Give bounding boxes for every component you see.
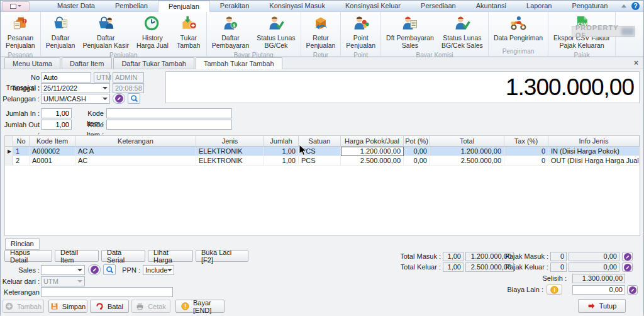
lihat-harga-button[interactable]: Lihat Harga: [148, 250, 193, 262]
cell-keterangan[interactable]: AC: [75, 156, 196, 166]
menu-item-konsinyasi-masuk[interactable]: Konsinyasi Masuk: [259, 1, 335, 12]
point-penjualan-button[interactable]: Point Penjualan: [342, 13, 379, 51]
cell-total[interactable]: 2.500.000,00: [430, 156, 504, 166]
menu-item-pembelian[interactable]: Pembelian: [105, 1, 158, 12]
keterangan-input[interactable]: [41, 287, 173, 297]
history-harga-jual-button[interactable]: History Harga Jual: [133, 13, 172, 51]
tanggal-label: Tanggal :: [1, 83, 40, 93]
cell-pot[interactable]: 0,00: [404, 156, 430, 166]
cell-pot[interactable]: 0,00: [404, 147, 430, 156]
edit-pajak-keluar-button[interactable]: [622, 262, 633, 272]
col-header-kode-item[interactable]: Kode Item: [30, 136, 75, 147]
chevron-down-icon[interactable]: [103, 87, 108, 89]
tukar-tambah-button[interactable]: Tukar Tambah: [172, 13, 205, 51]
ribbon-button-label: Dft Pembayaran Sales: [386, 34, 434, 50]
tanggal-value: 25/11/2022: [43, 84, 77, 93]
cell-no[interactable]: 2: [13, 156, 30, 166]
close-tab-icon[interactable]: ×: [634, 59, 638, 67]
col-header-jenis[interactable]: Jenis: [196, 136, 264, 147]
pajak-masuk-label: Pajak Masuk :: [497, 252, 548, 261]
simpan-button[interactable]: Simpan: [48, 300, 87, 313]
menu-item-akuntansi[interactable]: Akuntansi: [466, 1, 516, 12]
tab-tambah-tukar-tambah[interactable]: Tambah Tukar Tambah: [196, 57, 282, 69]
retur-penjualan-button[interactable]: Retur Penjualan: [303, 13, 340, 51]
menu-item-master-data[interactable]: Master Data: [47, 1, 105, 12]
cell-jenis[interactable]: ELEKTRONIK: [196, 147, 264, 156]
help-icon[interactable]: ?: [631, 2, 640, 10]
status-lunas-bgcek-button[interactable]: Status Lunas BG/Cek: [253, 13, 299, 51]
sales-combo[interactable]: [41, 265, 85, 275]
cell-jumlah[interactable]: 1,00: [264, 147, 299, 156]
cell-jumlah[interactable]: 1,00: [264, 156, 299, 166]
cell-satuan[interactable]: PCS: [299, 156, 341, 166]
batal-button[interactable]: Batal: [90, 300, 129, 313]
cell-keterangan[interactable]: AC A: [75, 147, 196, 156]
cell-info-jenis[interactable]: IN (Diisi Harga Pokok): [548, 147, 640, 156]
col-header-keterangan[interactable]: Keterangan: [75, 136, 196, 147]
menu-item-persediaan[interactable]: Persediaan: [411, 1, 466, 12]
daftar-pembayaran-button[interactable]: $ Daftar Pembayaran: [208, 13, 253, 51]
ppn-combo[interactable]: Include: [143, 265, 174, 275]
cell-tax[interactable]: 0: [504, 156, 548, 166]
edit-sales-button[interactable]: [88, 264, 101, 275]
tab-daftar-item[interactable]: Daftar Item: [62, 57, 112, 69]
jumlah-out-input[interactable]: [41, 120, 72, 130]
menu-item-konsinyasi-keluar[interactable]: Konsinyasi Keluar: [335, 1, 411, 12]
cell-harga-editor[interactable]: 1.200.000,00: [341, 147, 404, 156]
menu-item-penjualan[interactable]: Penjualan: [158, 1, 210, 12]
cell-harga[interactable]: 2.500.000,00: [341, 156, 404, 166]
tutup-button[interactable]: Tutup: [578, 299, 626, 313]
detail-item-button[interactable]: Detail Item: [55, 250, 99, 262]
search-pelanggan-button[interactable]: [128, 93, 140, 104]
collapse-ribbon-icon[interactable]: [621, 4, 626, 8]
col-header-total[interactable]: Total: [430, 136, 504, 147]
biaya-lain-input[interactable]: 0,00: [572, 285, 625, 295]
hapus-detail-button[interactable]: Hapus Detail: [4, 250, 52, 262]
daftar-penjualan-button[interactable]: Daftar Penjualan: [42, 13, 79, 51]
edit-pajak-masuk-button[interactable]: [622, 252, 633, 261]
chevron-down-icon[interactable]: [103, 98, 108, 100]
tanggal-datepicker[interactable]: 25/11/2022: [41, 83, 110, 93]
col-header-pot[interactable]: Pot (%): [404, 136, 430, 147]
cell-kode-item[interactable]: A000002: [30, 147, 75, 156]
quick-access-button[interactable]: [2, 1, 30, 11]
edit-pelanggan-button[interactable]: [113, 93, 125, 104]
chevron-down-icon[interactable]: [167, 269, 172, 271]
cell-total[interactable]: 1.200.000,00: [430, 147, 504, 156]
col-header-harga[interactable]: Harga Pokok/Jual: [341, 136, 404, 147]
kode-item-out-input[interactable]: [106, 120, 232, 130]
edit-biaya-lain-button[interactable]: [627, 285, 638, 295]
menu-item-perakitan[interactable]: Perakitan: [210, 1, 259, 12]
cell-tax[interactable]: 0: [504, 147, 548, 156]
no-transaksi-input[interactable]: [41, 72, 91, 82]
menu-item-pengaturan[interactable]: Pengaturan: [562, 1, 618, 12]
daftar-penjualan-kasir-button[interactable]: Daftar Penjualan Kasir: [79, 13, 133, 51]
buka-laci-button[interactable]: Buka Laci [F2]: [196, 250, 248, 262]
kode-item-in-input[interactable]: [106, 108, 232, 118]
cell-info-jenis[interactable]: OUT (Diisi Harga Harga Jual): [548, 156, 640, 166]
dft-pembayaran-sales-button[interactable]: Dft Pembayaran Sales: [382, 13, 438, 51]
cetak-button: Cetak: [131, 300, 170, 313]
data-pengiriman-button[interactable]: Data Pengiriman: [490, 13, 547, 43]
jumlah-in-input[interactable]: [41, 108, 72, 118]
items-table: No Kode Item Keterangan Jenis Jumlah Sat…: [4, 135, 640, 236]
pesanan-penjualan-button[interactable]: Pesanan Penjualan: [2, 13, 39, 51]
keluar-dari-label: Keluar dari :: [1, 276, 40, 286]
menu-item-laporan[interactable]: Laporan: [516, 1, 562, 12]
biaya-lain-coin-button[interactable]: [547, 285, 562, 295]
tab-menu-utama[interactable]: Menu Utama: [4, 57, 60, 69]
cell-jenis[interactable]: ELEKTRONIK: [196, 156, 264, 166]
col-header-info-jenis[interactable]: Info Jenis: [548, 136, 640, 147]
bayar-button[interactable]: Bayar [END]: [175, 300, 225, 313]
tab-daftar-tukar-tambah[interactable]: Daftar Tukar Tambah: [113, 57, 194, 69]
pelanggan-combo[interactable]: UMUM/CASH: [41, 94, 110, 104]
col-header-jumlah[interactable]: Jumlah: [264, 136, 299, 147]
col-header-no[interactable]: No: [13, 136, 30, 147]
cell-kode-item[interactable]: A0001: [30, 156, 75, 166]
cell-no[interactable]: 1: [13, 147, 30, 156]
chevron-down-icon[interactable]: [77, 269, 82, 271]
col-header-tax[interactable]: Tax (%): [504, 136, 548, 147]
data-serial-button[interactable]: Data Serial: [101, 250, 145, 262]
ribbon-button-label: Data Pengiriman: [494, 34, 543, 42]
status-lunas-bgcek-sales-button[interactable]: Status Lunas BG/Cek Sales: [438, 13, 487, 51]
